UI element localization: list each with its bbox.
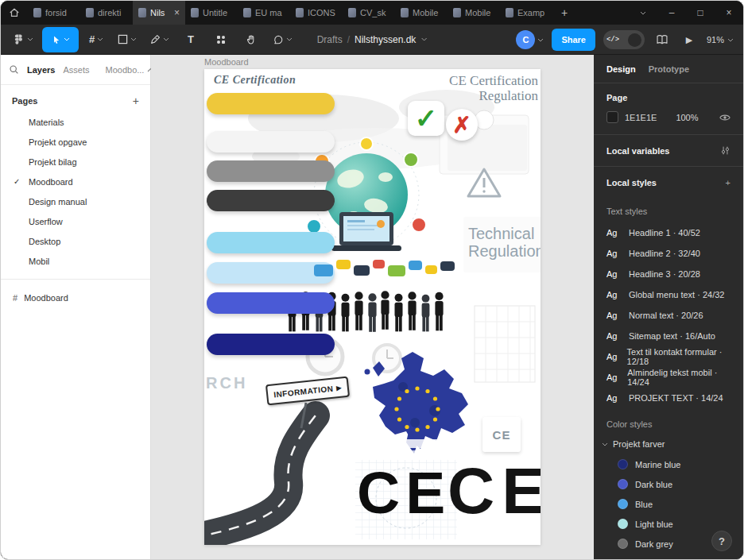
check-icon: ✓: [14, 177, 29, 186]
color-swatch: [618, 479, 628, 489]
ce-logo-right: CE: [448, 458, 541, 523]
chevron-down-icon: [64, 37, 70, 41]
file-name[interactable]: Nilsthyssen.dk: [355, 34, 416, 45]
page-item-materials[interactable]: Materials: [1, 112, 150, 132]
present-play-icon[interactable]: ▶: [680, 30, 699, 49]
figma-file-icon: [243, 8, 251, 17]
figma-file-icon: [296, 8, 304, 17]
move-tool[interactable]: [42, 27, 79, 52]
speech-bubble: [354, 265, 370, 276]
sliders-icon[interactable]: [720, 145, 730, 156]
text-style-item[interactable]: AgAlmindelig tekst mobil · 14/24: [594, 367, 743, 388]
color-style-group[interactable]: Projekt farver: [594, 434, 743, 454]
eye-icon[interactable]: [719, 113, 730, 122]
text-style-item[interactable]: AgHeadline 2 · 32/40: [594, 243, 743, 264]
new-tab-icon[interactable]: +: [552, 1, 576, 25]
text-tool[interactable]: T: [178, 27, 203, 52]
window-menu-chevron-icon[interactable]: [629, 1, 657, 25]
file-tab[interactable]: EU ma: [238, 1, 290, 25]
text-style-item[interactable]: AgNormal text · 20/26: [594, 305, 743, 326]
page-item-mobil[interactable]: Mobil: [1, 251, 150, 271]
actions-tool[interactable]: [208, 27, 234, 52]
frame-title[interactable]: Moodboard: [204, 57, 249, 67]
add-style-icon[interactable]: +: [726, 178, 730, 187]
tab-prototype[interactable]: Prototype: [649, 64, 689, 74]
search-icon[interactable]: [9, 64, 19, 75]
account-menu[interactable]: C: [516, 30, 544, 49]
page-panel-toggle[interactable]: Moodbo...: [106, 65, 155, 75]
figma-logo-icon: [13, 33, 25, 45]
hand-tool[interactable]: [238, 27, 264, 52]
file-tab[interactable]: CV_sk: [343, 1, 395, 25]
figma-window: forsid direkti Nils× Untitle EU ma ICONS…: [0, 0, 744, 560]
tab-layers[interactable]: Layers: [27, 65, 55, 75]
layer-item-moodboard-frame[interactable]: # Moodboard: [1, 288, 150, 308]
tab-assets[interactable]: Assets: [63, 65, 89, 75]
local-styles-row[interactable]: Local styles +: [594, 167, 743, 199]
chevron-down-icon: [286, 37, 293, 41]
local-variables-row[interactable]: Local variables: [594, 135, 743, 167]
chevron-down-icon[interactable]: [420, 37, 427, 41]
breadcrumb-folder[interactable]: Drafts: [317, 34, 343, 45]
text-style-item[interactable]: AgSitemap text · 16/Auto: [594, 326, 743, 346]
page-opacity-value[interactable]: 100%: [676, 113, 698, 122]
close-window-icon[interactable]: ×: [715, 1, 743, 25]
comment-tool[interactable]: [269, 27, 296, 52]
page-item-userflow[interactable]: Userflow: [1, 211, 150, 231]
avatar[interactable]: C: [516, 30, 535, 49]
page-color-swatch[interactable]: [606, 111, 618, 123]
palette-bar: [207, 131, 335, 153]
file-tab[interactable]: forsid: [28, 1, 80, 25]
divider: [1, 279, 150, 280]
page-color-value[interactable]: 1E1E1E: [625, 113, 657, 122]
minimize-icon[interactable]: –: [657, 1, 686, 25]
file-tab[interactable]: ICONS: [290, 1, 343, 25]
page-item-desktop[interactable]: Desktop: [1, 231, 150, 251]
library-book-icon[interactable]: [653, 30, 672, 49]
color-swatch: [618, 459, 628, 469]
zoom-control[interactable]: 91%: [707, 35, 734, 44]
text-style-item[interactable]: AgHeadline 1 · 40/52: [594, 222, 743, 243]
file-tab[interactable]: Examp: [500, 1, 552, 25]
main-menu-button[interactable]: [9, 27, 37, 52]
add-page-icon[interactable]: +: [133, 95, 139, 107]
text-style-item[interactable]: AgText til kontakt formular · 12/18: [594, 346, 743, 367]
color-style-item[interactable]: Dark blue: [594, 474, 743, 494]
file-tab[interactable]: Mobile: [448, 1, 500, 25]
color-style-item[interactable]: Blue: [594, 494, 743, 514]
right-sidebar: Design Prototype Page 1E1E1E 100% Local …: [594, 55, 743, 560]
page-item-projekt-opgave[interactable]: Projekt opgave: [1, 132, 150, 152]
close-tab-icon[interactable]: ×: [174, 8, 180, 17]
palette-bar: [207, 93, 335, 114]
page-item-design-manual[interactable]: Design manual: [1, 191, 150, 211]
frame-tool[interactable]: #: [83, 27, 109, 52]
figma-file-icon: [191, 8, 199, 17]
home-icon[interactable]: [1, 1, 28, 25]
canvas[interactable]: Moodboard: [151, 55, 595, 560]
page-item-moodboard-selected[interactable]: ✓Moodboard: [1, 172, 150, 191]
text-style-item[interactable]: AgHeadline 3 · 20/28: [594, 264, 743, 284]
file-tab-active[interactable]: Nils×: [133, 1, 185, 25]
palette-bar: [207, 190, 335, 211]
color-swatch: [618, 539, 628, 549]
file-tab[interactable]: Untitle: [185, 1, 238, 25]
text-style-item[interactable]: AgPROJEKT TEXT · 14/24: [594, 388, 743, 408]
dots-grid-icon: [215, 34, 227, 45]
dev-mode-toggle[interactable]: </>: [603, 30, 645, 49]
pen-tool[interactable]: [145, 27, 173, 52]
color-styles-header: Color styles: [594, 408, 743, 434]
pen-icon: [149, 34, 161, 45]
technical-regulation-text: Technical Regulation: [468, 225, 541, 260]
text-style-item[interactable]: AgGlobal menu text · 24/32: [594, 284, 743, 305]
shape-tool[interactable]: [114, 27, 141, 52]
maximize-icon[interactable]: □: [686, 1, 715, 25]
help-button[interactable]: ?: [711, 531, 732, 551]
moodboard-frame[interactable]: CE Certification CE Certification Regula…: [204, 69, 541, 545]
page-item-projekt-bilag[interactable]: Projekt bilag: [1, 152, 150, 172]
file-tab[interactable]: direkti: [80, 1, 133, 25]
file-tab[interactable]: Mobile: [395, 1, 448, 25]
share-button[interactable]: Share: [552, 29, 595, 51]
breadcrumb[interactable]: Drafts / Nilsthyssen.dk: [317, 34, 428, 45]
tab-design[interactable]: Design: [606, 64, 636, 74]
color-style-item[interactable]: Marine blue: [594, 454, 743, 474]
